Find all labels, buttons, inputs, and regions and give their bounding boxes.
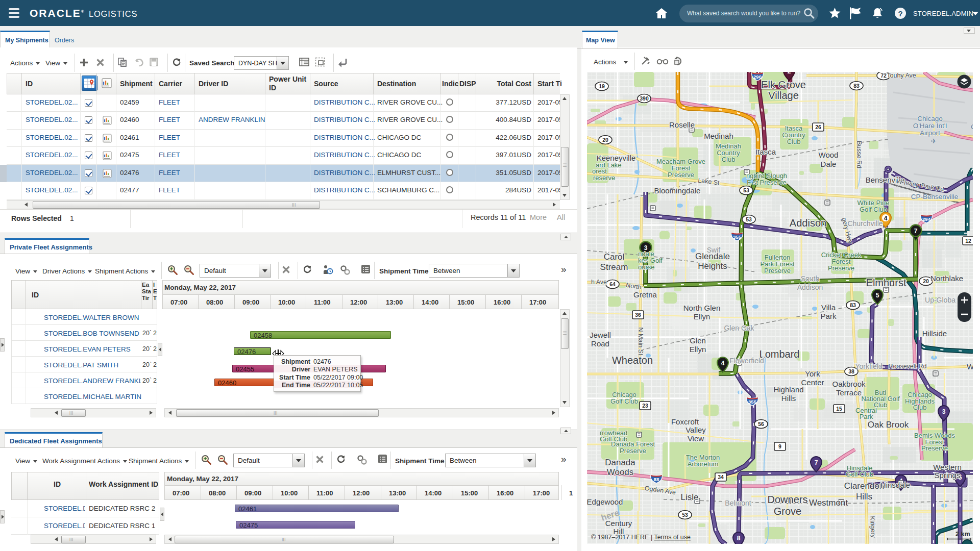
svg-text:34: 34 bbox=[718, 474, 724, 480]
svg-text:53: 53 bbox=[682, 512, 688, 518]
svg-text:Golf Club: Golf Club bbox=[860, 206, 887, 213]
svg-text:Elk Grove: Elk Grove bbox=[761, 79, 806, 90]
svg-text:Valley: Valley bbox=[685, 425, 706, 434]
svg-text:Glen Oak: Glen Oak bbox=[724, 324, 754, 332]
svg-text:5: 5 bbox=[876, 292, 879, 299]
svg-text:Terrace: Terrace bbox=[836, 388, 862, 397]
svg-text:390: 390 bbox=[640, 95, 649, 102]
svg-text:Wheaton: Wheaton bbox=[612, 355, 653, 366]
svg-text:Grove: Grove bbox=[774, 506, 801, 517]
svg-text:N Main St: N Main St bbox=[637, 328, 644, 356]
svg-text:Yorkfield: Yorkfield bbox=[855, 362, 882, 370]
svg-text:Lombard: Lombard bbox=[760, 348, 800, 360]
svg-text:Ellyn: Ellyn bbox=[694, 312, 710, 321]
svg-text:4: 4 bbox=[884, 215, 888, 222]
svg-text:Woods: Woods bbox=[607, 467, 634, 477]
svg-text:294: 294 bbox=[922, 216, 931, 222]
svg-text:Preserve: Preserve bbox=[668, 171, 694, 179]
svg-text:Kingery: Kingery bbox=[869, 516, 877, 538]
svg-text:Park: Park bbox=[821, 312, 837, 320]
svg-text:CP-Bensenville: CP-Bensenville bbox=[911, 193, 958, 201]
svg-text:53: 53 bbox=[746, 216, 752, 222]
svg-text:Roosevelt Rd: Roosevelt Rd bbox=[888, 363, 926, 370]
svg-text:12: 12 bbox=[965, 238, 971, 244]
svg-text:26: 26 bbox=[815, 124, 821, 130]
svg-text:290: 290 bbox=[753, 74, 762, 80]
svg-text:355: 355 bbox=[748, 399, 757, 405]
svg-text:Arboretum: Arboretum bbox=[688, 460, 719, 468]
svg-text:Wood: Wood bbox=[819, 151, 839, 159]
svg-text:Preserve: Preserve bbox=[620, 447, 646, 455]
svg-text:4: 4 bbox=[721, 360, 725, 367]
svg-text:2: 2 bbox=[788, 72, 791, 75]
svg-text:56: 56 bbox=[758, 421, 764, 427]
svg-text:15: 15 bbox=[836, 406, 842, 412]
svg-text:Park: Park bbox=[860, 413, 873, 420]
svg-text:Oak Brook: Oak Brook bbox=[868, 420, 909, 430]
svg-text:Addison: Addison bbox=[797, 283, 823, 291]
svg-text:?: ? bbox=[898, 9, 902, 18]
svg-text:Downers: Downers bbox=[768, 494, 808, 505]
svg-text:O'Hare Int'l: O'Hare Int'l bbox=[913, 122, 947, 130]
svg-text:Clarendon: Clarendon bbox=[844, 481, 884, 491]
svg-text:South: South bbox=[801, 274, 820, 283]
svg-text:Foxcroft: Foxcroft bbox=[671, 417, 699, 426]
svg-text:Elmhurst: Elmhurst bbox=[866, 277, 906, 288]
svg-text:Preserve: Preserve bbox=[764, 267, 791, 274]
svg-text:Westmont: Westmont bbox=[809, 498, 848, 508]
svg-text:9: 9 bbox=[778, 443, 781, 449]
svg-text:Addison: Addison bbox=[790, 217, 826, 229]
svg-text:2 km: 2 km bbox=[955, 531, 970, 538]
svg-text:F st Preserve: F st Preserve bbox=[747, 179, 786, 186]
svg-text:7: 7 bbox=[914, 228, 918, 235]
svg-text:355: 355 bbox=[733, 234, 742, 240]
svg-text:Oakbrook: Oakbrook bbox=[832, 380, 866, 388]
svg-text:Dale: Dale bbox=[821, 160, 837, 168]
svg-text:Villa: Villa bbox=[821, 303, 836, 312]
svg-text:Club: Club bbox=[787, 138, 801, 145]
svg-text:Stream: Stream bbox=[600, 262, 628, 272]
svg-text:Bloomingdale: Bloomingdale bbox=[654, 186, 701, 195]
svg-text:✈: ✈ bbox=[931, 137, 937, 145]
svg-text:Jewell: Jewell bbox=[590, 331, 611, 339]
svg-text:53: 53 bbox=[743, 187, 749, 193]
svg-text:Northlake: Northlake bbox=[930, 274, 963, 283]
svg-text:h Ave: h Ave bbox=[591, 279, 607, 286]
svg-text:72: 72 bbox=[880, 72, 887, 79]
svg-text:North Glen: North Glen bbox=[683, 304, 721, 312]
svg-text:20: 20 bbox=[602, 137, 608, 143]
svg-text:Springs: Springs bbox=[935, 471, 961, 480]
svg-text:reserve: reserve bbox=[593, 174, 615, 182]
svg-text:Danada: Danada bbox=[605, 458, 635, 467]
svg-text:36: 36 bbox=[635, 312, 641, 318]
svg-text:64: 64 bbox=[609, 281, 616, 287]
svg-text:Touhy Ave: Touhy Ave bbox=[887, 72, 916, 79]
svg-text:83: 83 bbox=[853, 83, 860, 89]
svg-text:Preserve: Preserve bbox=[828, 264, 854, 272]
svg-text:Busse Rd: Busse Rd bbox=[855, 141, 863, 168]
svg-text:Churchville: Churchville bbox=[847, 219, 883, 228]
svg-text:Center: Center bbox=[801, 378, 824, 387]
svg-text:Belmont: Belmont bbox=[725, 499, 751, 507]
svg-text:Carol: Carol bbox=[604, 252, 625, 262]
svg-text:Heights: Heights bbox=[698, 261, 727, 271]
svg-text:Hillside: Hillside bbox=[922, 329, 947, 338]
svg-text:Itasca: Itasca bbox=[755, 147, 776, 156]
svg-text:23: 23 bbox=[642, 403, 648, 409]
svg-text:88: 88 bbox=[654, 477, 659, 482]
svg-text:ourse: ourse bbox=[638, 263, 655, 271]
svg-text:Hinsdale: Hinsdale bbox=[880, 481, 910, 489]
svg-text:Swif: Swif bbox=[707, 246, 721, 254]
svg-text:York: York bbox=[805, 369, 820, 378]
svg-text:7: 7 bbox=[815, 459, 818, 466]
svg-text:Medinah: Medinah bbox=[704, 132, 733, 140]
svg-text:8: 8 bbox=[737, 535, 741, 542]
svg-text:View: View bbox=[688, 434, 704, 443]
svg-text:Village: Village bbox=[768, 90, 799, 101]
svg-text:Western: Western bbox=[933, 463, 962, 471]
svg-text:Glen: Glen bbox=[690, 336, 706, 345]
svg-text:Road: Road bbox=[591, 339, 609, 348]
svg-text:Preserve: Preserve bbox=[921, 444, 948, 452]
svg-text:Hills: Hills bbox=[781, 394, 796, 403]
svg-text:Westc: Westc bbox=[967, 362, 973, 371]
